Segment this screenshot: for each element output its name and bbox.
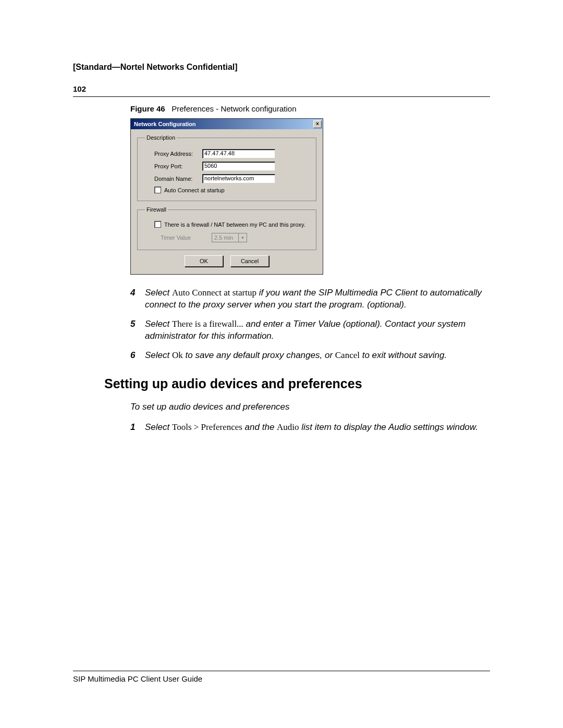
header-rule: [73, 96, 490, 97]
dialog-title: Network Configuration: [134, 121, 313, 127]
step-number: 5: [130, 318, 145, 342]
firewall-legend: Firewall: [145, 206, 168, 213]
timer-value: 2.5 min: [214, 235, 233, 241]
timer-row: Timer Value 2.5 min ▼: [161, 233, 309, 242]
step-number: 6: [130, 350, 145, 362]
firewall-checkbox-label: There is a firewall / NAT between my PC …: [164, 221, 305, 228]
cancel-button-label: Cancel: [241, 258, 259, 264]
dialog-body: Description Proxy Address: 47.47.47.48 P…: [131, 129, 323, 274]
figure-caption: Figure 46 Preferences - Network configur…: [130, 104, 490, 113]
proxy-address-row: Proxy Address: 47.47.47.48: [145, 149, 309, 158]
section-heading: Setting up audio devices and preferences: [104, 376, 490, 391]
page-footer: SIP Multimedia PC Client User Guide: [73, 671, 490, 683]
timer-label: Timer Value: [161, 235, 212, 241]
timer-combo[interactable]: 2.5 min ▼: [212, 233, 247, 242]
step-1: 1 Select Tools > Preferences and the Aud…: [130, 422, 490, 434]
proxy-port-label: Proxy Port:: [145, 163, 202, 169]
proxy-port-input[interactable]: 5060: [202, 162, 275, 171]
document-page: [Standard—Nortel Networks Confidential] …: [0, 0, 563, 728]
step-number: 4: [130, 287, 145, 311]
step-5: 5 Select There is a firewall... and ente…: [130, 318, 490, 342]
domain-name-label: Domain Name:: [145, 176, 202, 182]
step-list-b: 1 Select Tools > Preferences and the Aud…: [130, 422, 490, 434]
firewall-group: Firewall There is a firewall / NAT betwe…: [137, 206, 316, 250]
auto-connect-row[interactable]: Auto Connect at startup: [154, 187, 309, 193]
auto-connect-label: Auto Connect at startup: [164, 187, 225, 193]
step-text: Select There is a firewall... and enter …: [145, 318, 490, 342]
subheading: To set up audio devices and preferences: [130, 402, 490, 412]
proxy-address-label: Proxy Address:: [145, 151, 202, 157]
step-text: Select Tools > Preferences and the Audio…: [145, 422, 490, 434]
firewall-checkbox[interactable]: [154, 221, 161, 228]
confidential-header: [Standard—Nortel Networks Confidential]: [73, 63, 490, 72]
auto-connect-checkbox[interactable]: [154, 187, 161, 193]
figure-caption-text: Preferences - Network configuration: [172, 104, 296, 113]
step-text: Select Auto Connect at startup if you wa…: [145, 287, 490, 311]
network-config-dialog: Network Configuration × Description Prox…: [130, 118, 323, 275]
description-legend: Description: [145, 134, 177, 141]
proxy-address-input[interactable]: 47.47.47.48: [202, 149, 275, 158]
page-number: 102: [73, 84, 490, 93]
cancel-button[interactable]: Cancel: [230, 255, 269, 267]
step-4: 4 Select Auto Connect at startup if you …: [130, 287, 490, 311]
close-icon: ×: [316, 121, 319, 127]
dialog-button-row: OK Cancel: [137, 255, 316, 267]
firewall-checkbox-row[interactable]: There is a firewall / NAT between my PC …: [154, 221, 309, 228]
domain-name-row: Domain Name: nortelnetworks.com: [145, 174, 309, 183]
domain-name-input[interactable]: nortelnetworks.com: [202, 174, 275, 183]
footer-rule: [73, 671, 490, 671]
chevron-down-icon: ▼: [238, 233, 247, 242]
step-list-a: 4 Select Auto Connect at startup if you …: [130, 287, 490, 362]
ok-button-label: OK: [200, 258, 208, 264]
close-button[interactable]: ×: [313, 120, 322, 128]
dialog-figure: Network Configuration × Description Prox…: [130, 118, 490, 275]
dialog-titlebar: Network Configuration ×: [131, 119, 323, 129]
step-6: 6 Select Ok to save any default proxy ch…: [130, 350, 490, 362]
description-group: Description Proxy Address: 47.47.47.48 P…: [137, 134, 316, 201]
footer-text: SIP Multimedia PC Client User Guide: [73, 674, 490, 683]
figure-label: Figure 46: [130, 104, 165, 113]
proxy-port-row: Proxy Port: 5060: [145, 162, 309, 171]
step-text: Select Ok to save any default proxy chan…: [145, 350, 490, 362]
step-number: 1: [130, 422, 145, 434]
ok-button[interactable]: OK: [185, 255, 223, 267]
